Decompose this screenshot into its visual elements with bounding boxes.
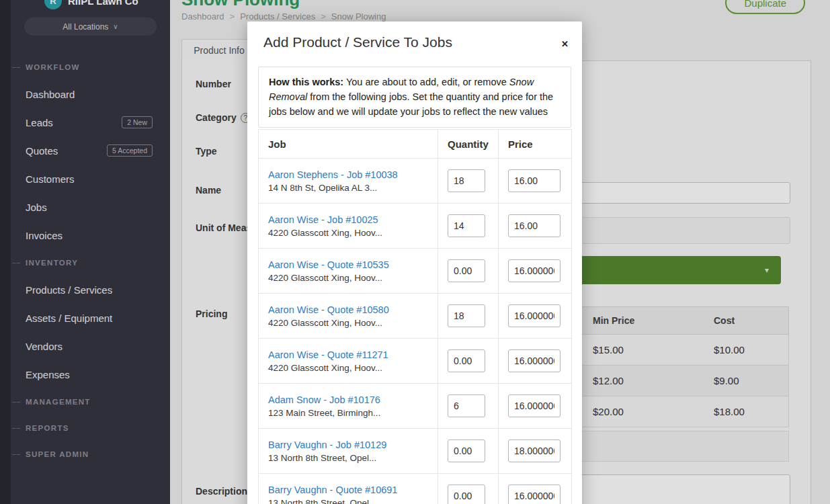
price-cell bbox=[499, 204, 572, 249]
job-cell: Barry Vaughn - Quote #10691 13 North 8th… bbox=[259, 474, 438, 504]
job-cell: Aaron Stephens - Job #10038 14 N 8th St,… bbox=[259, 159, 438, 204]
job-cell: Aaron Wise - Quote #11271 4220 Glasscott… bbox=[259, 339, 438, 384]
add-product-modal: Add Product / Service To Jobs ✕ How this… bbox=[247, 22, 582, 504]
jobs-table: Job Quantity Price Aaron Stephens - Job … bbox=[258, 129, 572, 504]
job-address: 4220 Glasscott Xing, Hoov... bbox=[268, 228, 432, 238]
modal-header: Add Product / Service To Jobs ✕ bbox=[247, 22, 582, 57]
job-link[interactable]: Aaron Wise - Quote #10580 bbox=[268, 304, 432, 315]
quantity-input[interactable] bbox=[448, 304, 485, 327]
job-row: Aaron Wise - Job #10025 4220 Glasscott X… bbox=[259, 204, 572, 249]
job-row: Barry Vaughn - Job #10129 13 North 8th S… bbox=[259, 429, 572, 474]
info-text-1: You are about to add, edit, or remove bbox=[343, 77, 509, 87]
job-link[interactable]: Aaron Stephens - Job #10038 bbox=[268, 169, 432, 180]
job-address: 4220 Glasscott Xing, Hoov... bbox=[268, 273, 432, 283]
quantity-input[interactable] bbox=[448, 259, 485, 282]
job-address: 13 North 8th Street, Opel... bbox=[268, 498, 432, 504]
price-cell bbox=[499, 384, 572, 429]
job-row: Aaron Stephens - Job #10038 14 N 8th St,… bbox=[259, 159, 572, 204]
price-cell bbox=[499, 339, 572, 384]
job-cell: Adam Snow - Job #10176 123 Main Street, … bbox=[259, 384, 438, 429]
job-link[interactable]: Aaron Wise - Job #10025 bbox=[268, 214, 432, 225]
job-cell: Aaron Wise - Job #10025 4220 Glasscott X… bbox=[259, 204, 438, 249]
job-link[interactable]: Adam Snow - Job #10176 bbox=[268, 394, 432, 405]
quantity-input[interactable] bbox=[448, 169, 485, 192]
job-address: 4220 Glasscott Xing, Hoov... bbox=[268, 363, 432, 373]
price-input[interactable] bbox=[508, 304, 561, 327]
price-input[interactable] bbox=[508, 349, 561, 372]
quantity-input[interactable] bbox=[448, 349, 485, 372]
quantity-cell bbox=[438, 429, 499, 474]
modal-title: Add Product / Service To Jobs bbox=[263, 34, 566, 50]
job-address: 13 North 8th Street, Opel... bbox=[268, 453, 432, 463]
quantity-cell bbox=[438, 339, 499, 384]
job-address: 14 N 8th St, Opelika AL 3... bbox=[268, 183, 432, 193]
jobs-table-body: Aaron Stephens - Job #10038 14 N 8th St,… bbox=[259, 159, 572, 504]
price-cell bbox=[499, 429, 572, 474]
price-cell bbox=[499, 474, 572, 504]
jobs-table-header-row: Job Quantity Price bbox=[259, 130, 572, 159]
price-input[interactable] bbox=[508, 259, 561, 282]
quantity-cell bbox=[438, 159, 499, 204]
how-it-works-note: How this works: You are about to add, ed… bbox=[258, 67, 571, 128]
job-address: 123 Main Street, Birmingh... bbox=[268, 408, 432, 418]
quantity-cell bbox=[438, 384, 499, 429]
job-row: Aaron Wise - Quote #10580 4220 Glasscott… bbox=[259, 294, 572, 339]
job-cell: Barry Vaughn - Job #10129 13 North 8th S… bbox=[259, 429, 438, 474]
price-cell bbox=[499, 249, 572, 294]
job-link[interactable]: Barry Vaughn - Quote #10691 bbox=[268, 485, 432, 495]
quantity-input[interactable] bbox=[448, 439, 485, 462]
price-input[interactable] bbox=[508, 439, 561, 462]
quantity-input[interactable] bbox=[448, 214, 485, 237]
price-input[interactable] bbox=[508, 169, 561, 192]
job-row: Adam Snow - Job #10176 123 Main Street, … bbox=[259, 384, 572, 429]
col-price: Price bbox=[499, 130, 572, 159]
quantity-input[interactable] bbox=[448, 394, 485, 417]
quantity-cell bbox=[438, 249, 499, 294]
price-input[interactable] bbox=[508, 214, 561, 237]
quantity-cell bbox=[438, 204, 499, 249]
col-quantity: Quantity bbox=[438, 130, 499, 159]
info-bold: How this works: bbox=[269, 77, 343, 87]
job-link[interactable]: Barry Vaughn - Job #10129 bbox=[268, 439, 432, 450]
job-row: Aaron Wise - Quote #10535 4220 Glasscott… bbox=[259, 249, 572, 294]
quantity-cell bbox=[438, 294, 499, 339]
close-icon[interactable]: ✕ bbox=[561, 39, 569, 49]
quantity-cell bbox=[438, 474, 499, 504]
job-link[interactable]: Aaron Wise - Quote #11271 bbox=[268, 349, 432, 360]
job-cell: Aaron Wise - Quote #10580 4220 Glasscott… bbox=[259, 294, 438, 339]
job-link[interactable]: Aaron Wise - Quote #10535 bbox=[268, 259, 432, 270]
price-cell bbox=[499, 159, 572, 204]
price-cell bbox=[499, 294, 572, 339]
app: R RIIPL Lawn Co All Locations ∨ ‒‒ WORKF… bbox=[0, 0, 830, 504]
col-job: Job bbox=[259, 130, 438, 159]
job-address: 4220 Glasscott Xing, Hoov... bbox=[268, 318, 432, 328]
job-row: Barry Vaughn - Quote #10691 13 North 8th… bbox=[259, 474, 572, 504]
quantity-input[interactable] bbox=[448, 485, 485, 504]
price-input[interactable] bbox=[508, 485, 561, 504]
info-text-2: from the following jobs. Set the quantit… bbox=[269, 91, 553, 117]
job-row: Aaron Wise - Quote #11271 4220 Glasscott… bbox=[259, 339, 572, 384]
job-cell: Aaron Wise - Quote #10535 4220 Glasscott… bbox=[259, 249, 438, 294]
price-input[interactable] bbox=[508, 394, 561, 417]
